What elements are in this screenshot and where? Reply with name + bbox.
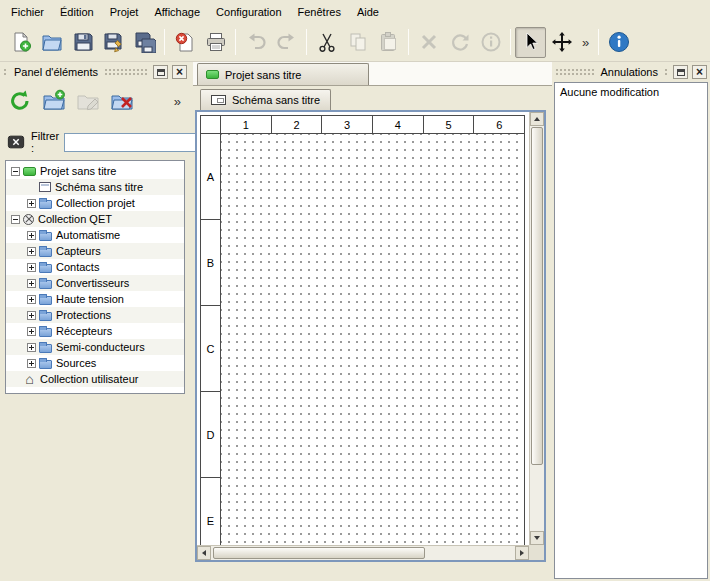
tree-item-collection-utilisateur[interactable]: Collection utilisateur [6,371,184,387]
save-as-button[interactable] [98,27,129,58]
menu-fenetres[interactable]: Fenêtres [290,3,349,21]
row-headers: A B C D E [201,134,221,545]
project-icon [23,167,36,176]
new-element-button[interactable] [39,87,68,116]
tree-item-project[interactable]: Projet sans titre [6,163,184,179]
expand-icon[interactable] [27,359,36,368]
menu-projet[interactable]: Projet [102,3,147,21]
info-icon [480,31,502,53]
scroll-left-button[interactable] [197,546,211,560]
tree-item-schema[interactable]: Schéma sans titre [6,179,184,195]
toolbar-separator [306,29,307,55]
folder-icon [39,264,52,273]
tree-item-automatisme[interactable]: Automatisme [6,227,184,243]
undo-panel-titlebar[interactable]: Annulations [552,62,710,82]
tab-diagram[interactable]: Schéma sans titre [200,89,331,110]
collapse-icon[interactable] [11,167,20,176]
expand-icon[interactable] [27,199,36,208]
float-panel-button[interactable] [153,65,168,79]
selection-mode-button[interactable] [515,27,546,58]
save-button[interactable] [67,27,98,58]
qet-collection-icon [23,214,34,225]
open-project-button[interactable] [36,27,67,58]
close-panel-button[interactable] [172,65,187,79]
vertical-scroll-thumb[interactable] [531,127,543,465]
tree-item-convertisseurs[interactable]: Convertisseurs [6,275,184,291]
delete-button [413,27,444,58]
expand-icon[interactable] [27,327,36,336]
menu-aide[interactable]: Aide [349,3,387,21]
clear-filter-button[interactable] [6,132,26,152]
close-panel-button[interactable] [692,65,707,79]
expand-icon[interactable] [27,279,36,288]
elements-panel: Panel d'éléments » [0,62,190,581]
undo-list[interactable]: Aucune modification [554,82,708,579]
print-button[interactable] [200,27,231,58]
scroll-up-button[interactable] [530,112,544,126]
tree-item-haute-tension[interactable]: Haute tension [6,291,184,307]
folder-icon [39,200,52,209]
new-document-button[interactable] [5,27,36,58]
horizontal-scroll-thumb[interactable] [213,547,425,559]
cut-icon [316,31,338,53]
vertical-scrollbar[interactable] [529,112,544,545]
diagram-canvas[interactable] [221,134,524,545]
toolbar-overflow-button[interactable]: » [577,35,594,50]
elements-panel-toolbar: » [0,82,190,120]
expand-icon[interactable] [27,311,36,320]
expand-icon[interactable] [27,231,36,240]
main-area: Panel d'éléments » [0,62,710,581]
close-icon [696,66,703,78]
about-qet-button[interactable] [603,27,634,58]
rotate-icon [449,31,471,53]
pan-mode-button[interactable] [546,27,577,58]
cut-button[interactable] [311,27,342,58]
diagram-view: 1 2 3 4 5 6 A B C D [195,110,546,562]
menu-edition[interactable]: Édition [52,3,102,21]
filter-row: Filtrer : [0,130,190,154]
reload-collections-button[interactable] [5,87,34,116]
tree-item-sources[interactable]: Sources [6,355,184,371]
tree-item-collection-projet[interactable]: Collection projet [6,195,184,211]
undo-panel-title: Annulations [599,66,661,78]
expand-icon[interactable] [27,295,36,304]
tree-item-protections[interactable]: Protections [6,307,184,323]
arrow-up-icon [534,117,540,121]
schema-icon [211,95,226,105]
menu-configuration[interactable]: Configuration [208,3,289,21]
save-all-button[interactable] [129,27,160,58]
about-info-icon [608,31,630,53]
expand-icon[interactable] [27,263,36,272]
tree-item-contacts[interactable]: Contacts [6,259,184,275]
float-panel-button[interactable] [673,65,688,79]
expand-icon[interactable] [27,343,36,352]
tree-item-capteurs[interactable]: Capteurs [6,243,184,259]
redo-icon [276,31,298,53]
folder-icon [39,328,52,337]
folder-icon [39,344,52,353]
close-document-button[interactable] [169,27,200,58]
scrollbar-corner [529,545,544,560]
tree-item-collection-qet[interactable]: Collection QET [6,211,184,227]
tab-project[interactable]: Projet sans titre [197,63,369,85]
edit-element-button [73,87,102,116]
horizontal-scrollbar[interactable] [197,545,529,560]
tree-item-recepteurs[interactable]: Récepteurs [6,323,184,339]
main-toolbar: » [0,23,710,62]
collapse-icon[interactable] [11,215,20,224]
delete-element-button[interactable] [107,87,136,116]
menu-fichier[interactable]: Fichier [3,3,52,21]
panel-toolbar-overflow-button[interactable]: » [174,94,185,109]
menu-affichage[interactable]: Affichage [146,3,208,21]
scroll-right-button[interactable] [515,546,529,560]
elements-panel-titlebar[interactable]: Panel d'éléments [0,62,190,82]
tree-item-semi-conducteurs[interactable]: Semi-conducteurs [6,339,184,355]
scroll-down-button[interactable] [530,531,544,545]
folder-icon [39,280,52,289]
project-icon [206,70,219,79]
diagram-scroll-area[interactable]: 1 2 3 4 5 6 A B C D [197,112,529,545]
expand-icon[interactable] [27,247,36,256]
dock-grip [664,68,669,76]
schema-icon [39,182,51,192]
column-header: 2 [272,116,323,133]
